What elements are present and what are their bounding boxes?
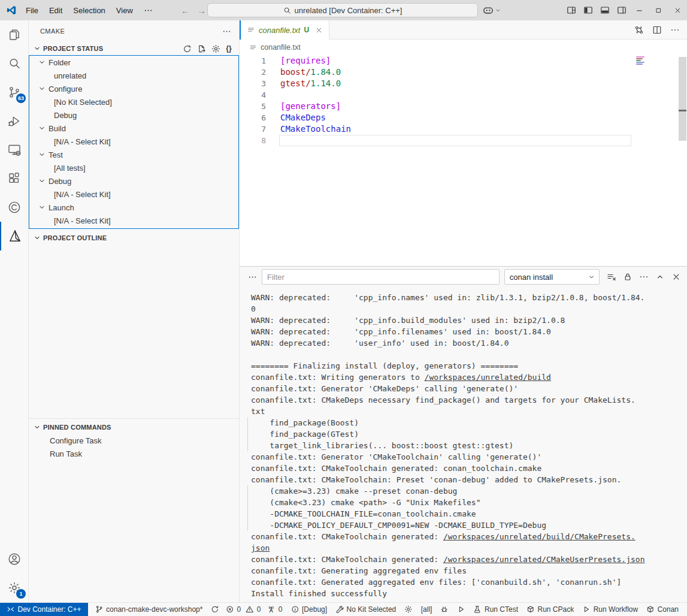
open-changes-icon[interactable] [634,25,644,35]
activitybar-item-manage[interactable]: 1 [0,573,29,602]
lock-icon[interactable] [623,272,632,282]
output-filter-input[interactable] [262,269,500,285]
output-line [240,349,687,360]
braces-icon[interactable]: {} [226,44,232,53]
panel-more-actions-icon[interactable] [243,273,262,282]
activitybar-item-search[interactable] [0,49,29,78]
file-config-icon[interactable] [197,44,206,53]
kebab-icon[interactable] [639,272,649,282]
statusbar-item-git-sync[interactable] [207,603,223,616]
tab-conanfile[interactable]: conanfile.txt U [240,20,329,40]
sidebar-title: CMAKE [29,20,239,42]
activitybar-item-accounts[interactable] [0,545,29,573]
tree-item[interactable]: Configure [29,82,238,95]
back-icon[interactable]: ← [181,5,190,16]
statusbar-item-forwarded-ports[interactable]: 0 [263,603,286,616]
statusbar-item-run-ctest[interactable]: Run CTest [469,603,522,616]
statusbar-item-cmake-build-target[interactable]: [all] [417,603,437,616]
output-log[interactable]: WARN: deprecated: 'cpp_info.names' used … [240,288,687,602]
menu-file[interactable]: File [20,4,44,17]
remote-icon [7,605,15,614]
statusbar-item-cmake-debug[interactable] [436,603,453,616]
code-line: 6CMakeDeps [240,112,687,123]
statusbar-item-remote-indicator[interactable]: Dev Container: C++ [0,603,88,616]
tree-item[interactable]: [No Kit Selected] [29,95,238,108]
statusbar-item-cmake-launch[interactable] [453,603,470,616]
section-project-status[interactable]: PROJECT STATUS {} [29,42,239,55]
close-icon[interactable] [671,272,681,282]
section-project-outline[interactable]: PROJECT OUTLINE [29,231,239,244]
layout-customize-icon[interactable] [567,5,576,15]
pinned-command[interactable]: Run Task [29,447,239,460]
layout-panel-icon[interactable] [600,5,610,15]
close-button[interactable] [668,0,687,20]
activitybar-item-run-and-debug[interactable] [0,107,29,135]
tree-item[interactable]: Folder [29,56,238,69]
chevron-up-icon[interactable] [655,272,665,282]
sidebar-more-actions-icon[interactable] [222,27,231,36]
menu-selection[interactable]: Selection [68,4,110,17]
output-line: txt [240,406,687,417]
command-center-search[interactable]: unrelated [Dev Container: C++] [207,3,478,17]
maximize-button[interactable] [649,0,668,20]
tree-item[interactable]: [N/A - Select Kit] [29,135,238,148]
statusbar-item-cmake-settings[interactable] [400,603,417,616]
activitybar-item-conan[interactable] [0,193,29,222]
section-pinned-commands[interactable]: PINNED COMMANDS [29,421,239,434]
statusbar-item-problems-errors[interactable]: 0 [223,603,243,616]
tree-item[interactable]: Test [29,148,238,161]
layout-sidebar-left-icon[interactable] [583,5,593,15]
chevron-down-icon [37,84,47,93]
chevron-down-icon [37,177,47,185]
tree-item[interactable]: Debug [29,108,238,122]
statusbar-item-cmake-kit[interactable]: No Kit Selected [331,603,400,616]
gear-icon[interactable] [211,44,220,53]
tree-item[interactable]: [N/A - Select Kit] [29,214,238,227]
tree-item[interactable]: [All tests] [29,161,238,174]
split-editor-icon[interactable] [652,25,662,35]
output-link[interactable]: /workspaces/unrelated/build [425,373,551,382]
copilot-menu[interactable] [483,5,501,16]
tree-item[interactable]: Debug [29,174,238,188]
activitybar-item-extensions[interactable] [0,164,29,193]
line-number: 4 [240,89,266,101]
refresh-icon[interactable] [183,44,192,53]
output-link[interactable]: /workspaces/unrelated/CMakeUserPresets.j… [443,555,645,564]
kebab-icon[interactable] [670,25,680,35]
line-number: 8 [240,135,266,146]
minimap[interactable] [636,56,647,65]
sidebar-title-label: CMAKE [40,28,65,35]
minimize-button[interactable] [630,0,649,20]
output-line: (cmake<3.23) cmake <path> -G "Unix Makef… [240,497,687,508]
output-channel-select[interactable]: conan install [504,269,600,285]
clear-output-icon[interactable] [607,272,616,282]
statusbar-item-problems-warnings[interactable]: 0 [243,603,263,616]
statusbar-item-conan-status[interactable]: Conan [642,603,683,616]
tree-item[interactable]: Launch [29,201,238,214]
statusbar-item-git-branch[interactable]: conan-cmake-devc-workshop* [91,603,207,616]
menu-view[interactable]: View [111,4,138,17]
close-tab-icon[interactable] [315,26,323,34]
pinned-command[interactable]: Configure Task [29,434,239,447]
forward-icon[interactable]: → [197,5,206,16]
tree-item[interactable]: Build [29,122,238,135]
editor-scrollbar[interactable] [679,57,686,141]
statusbar-item-run-workflow[interactable]: Run Workflow [578,603,642,616]
tree-item[interactable]: unrelated [29,69,238,82]
output-link[interactable]: json [251,543,270,552]
statusbar-item-cmake-variant[interactable]: [Debug] [287,603,332,616]
breadcrumb[interactable]: conanfile.txt [240,40,687,55]
menu-overflow-icon[interactable] [138,4,158,17]
statusbar-item-run-cpack[interactable]: Run CPack [522,603,578,616]
tree-item[interactable]: [N/A - Select Kit] [29,188,238,201]
layout-sidebar-right-icon[interactable] [617,5,627,15]
activitybar-item-source-control[interactable]: 63 [0,78,29,107]
activitybar-item-cmake-tools[interactable] [0,222,29,250]
output-link[interactable]: /workspaces/unrelated/build/CMakePresets… [443,532,635,541]
window-controls [630,0,687,20]
output-line: WARN: deprecated: 'cpp_info.names' used … [240,292,687,303]
activitybar-item-explorer[interactable] [0,20,29,49]
menu-edit[interactable]: Edit [44,4,68,17]
activitybar-item-remote-explorer[interactable] [0,135,29,164]
code-area[interactable]: 1[requires]2boost/1.84.03gtest/1.14.045[… [240,55,687,266]
